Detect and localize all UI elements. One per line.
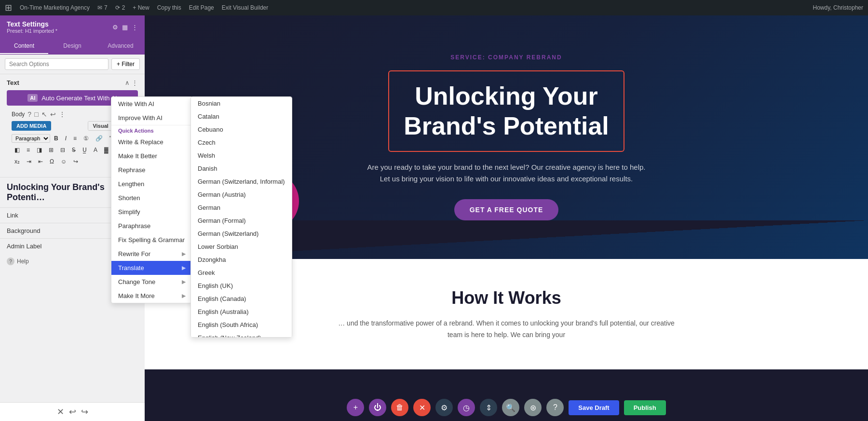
undo-icon[interactable]: ↩ <box>50 110 56 118</box>
more-options-icon[interactable]: ⋮ <box>59 110 66 118</box>
lang-english-canada[interactable]: English (Canada) <box>191 292 292 305</box>
power-button[interactable]: ⏻ <box>369 399 386 416</box>
copy-this-button[interactable]: Copy this <box>157 4 181 11</box>
clock-button[interactable]: ◷ <box>458 399 475 416</box>
settings-icon[interactable]: ⚙ <box>112 24 118 31</box>
menu-write-with-ai[interactable]: Write With AI <box>111 97 192 111</box>
unordered-list-button[interactable]: ≡ <box>70 134 80 143</box>
menu-translate[interactable]: Translate ▶ <box>111 261 192 275</box>
bold-button[interactable]: B <box>51 134 61 143</box>
lang-dzongkha[interactable]: Dzongkha <box>191 253 292 266</box>
menu-change-tone[interactable]: Change Tone ▶ <box>111 275 192 289</box>
menu-simplify[interactable]: Simplify <box>111 205 192 219</box>
align-left-button[interactable]: ◧ <box>12 145 23 155</box>
text-color-button[interactable]: A <box>91 145 100 155</box>
lang-german-switzerland[interactable]: German (Switzerland) <box>191 227 292 240</box>
tab-design[interactable]: Design <box>48 39 96 54</box>
rewrite-for-arrow-icon: ▶ <box>182 251 186 257</box>
lang-german-swi-inf[interactable]: German (Switzerland, Informal) <box>191 175 292 188</box>
text-section-toggle[interactable]: ∧ ⋮ <box>125 79 138 86</box>
undo-sidebar-button[interactable]: ↩ <box>69 407 76 417</box>
more-format-button[interactable]: ⊟ <box>57 145 68 155</box>
exit-builder-button[interactable]: Exit Visual Builder <box>222 4 269 11</box>
strikethrough-button[interactable]: S̶ <box>69 145 79 155</box>
subscript-button[interactable]: x₂ <box>12 157 23 166</box>
menu-make-it-more[interactable]: Make It More ▶ <box>111 289 192 303</box>
outdent-button[interactable]: ⇤ <box>35 157 46 166</box>
wp-logo-icon: ⊞ <box>5 2 12 13</box>
text-bg-button[interactable]: ▓ <box>101 145 111 155</box>
table-button[interactable]: ⊞ <box>46 145 56 155</box>
lang-english-sa[interactable]: English (South Africa) <box>191 318 292 331</box>
comments-count[interactable]: ✉ 7 <box>97 4 108 11</box>
close-button[interactable]: ✕ <box>413 399 431 416</box>
tab-visual[interactable]: Visual <box>88 122 113 130</box>
lang-czech[interactable]: Czech <box>191 136 292 149</box>
settings-gear-button[interactable]: ⚙ <box>435 399 453 416</box>
edit-page-button[interactable]: Edit Page <box>189 4 214 11</box>
lang-greek[interactable]: Greek <box>191 266 292 279</box>
network-button[interactable]: ⊛ <box>524 399 542 416</box>
menu-lengthen[interactable]: Lengthen <box>111 177 192 191</box>
lang-danish[interactable]: Danish <box>191 162 292 175</box>
site-name[interactable]: On-Time Marketing Agency <box>20 4 90 11</box>
lang-cebuano[interactable]: Cebuano <box>191 123 292 136</box>
special-char-button[interactable]: Ω <box>47 157 57 166</box>
arrows-button[interactable]: ⇕ <box>480 399 497 416</box>
layout-icon[interactable]: ▦ <box>122 24 128 31</box>
lang-english-australia[interactable]: English (Australia) <box>191 305 292 318</box>
redo-button[interactable]: ↪ <box>70 157 81 166</box>
cursor-icon[interactable]: ↖ <box>41 110 47 118</box>
lang-german-austria[interactable]: German (Austria) <box>191 188 292 201</box>
lang-lower-sorbian[interactable]: Lower Sorbian <box>191 240 292 253</box>
ordered-list-button[interactable]: ① <box>81 134 92 143</box>
align-right-button[interactable]: ◨ <box>34 145 45 155</box>
filter-button[interactable]: + Filter <box>111 58 140 70</box>
sidebar-header-info: Text Settings Preset: H1 imported * <box>7 20 57 34</box>
lang-catalan[interactable]: Catalan <box>191 110 292 123</box>
close-sidebar-button[interactable]: ✕ <box>57 407 64 417</box>
search-options-input[interactable] <box>5 58 108 70</box>
save-draft-button[interactable]: Save Draft <box>569 400 619 415</box>
lang-english-nz[interactable]: English (New Zealand) <box>191 331 292 338</box>
menu-make-better[interactable]: Make It Better <box>111 149 192 163</box>
emoji-button[interactable]: ☺ <box>58 157 69 166</box>
help-icon: ? <box>7 258 14 265</box>
add-media-button[interactable]: ADD MEDIA <box>12 121 51 131</box>
menu-shorten[interactable]: Shorten <box>111 191 192 205</box>
indent-button[interactable]: ⇥ <box>24 157 34 166</box>
paragraph-select[interactable]: Paragraph <box>12 134 50 143</box>
updates-count[interactable]: ⟳ 2 <box>115 4 125 11</box>
change-tone-arrow-icon: ▶ <box>182 279 186 285</box>
menu-fix-spelling[interactable]: Fix Spelling & Grammar <box>111 233 192 247</box>
cta-button[interactable]: GET A FREE QUOTE <box>454 199 559 220</box>
menu-write-replace[interactable]: Write & Replace <box>111 135 192 149</box>
tab-content[interactable]: Content <box>0 39 48 54</box>
menu-rephrase[interactable]: Rephrase <box>111 163 192 177</box>
new-button[interactable]: + New <box>133 4 149 11</box>
help-page-button[interactable]: ? <box>546 399 564 416</box>
add-section-button[interactable]: + <box>347 399 364 416</box>
lang-english-uk[interactable]: English (UK) <box>191 279 292 292</box>
italic-button[interactable]: I <box>62 134 69 143</box>
lang-german[interactable]: German <box>191 201 292 214</box>
underline-button[interactable]: U̲ <box>80 145 90 155</box>
lang-german-formal[interactable]: German (Formal) <box>191 214 292 227</box>
delete-button[interactable]: 🗑 <box>391 399 408 416</box>
lang-welsh[interactable]: Welsh <box>191 149 292 162</box>
help-circle-icon[interactable]: ? <box>27 110 31 118</box>
redo-sidebar-button[interactable]: ↪ <box>81 407 88 417</box>
link-button[interactable]: 🔗 <box>93 134 106 143</box>
tab-advanced[interactable]: Advanced <box>96 39 145 54</box>
menu-rewrite-for[interactable]: Rewrite For ▶ <box>111 247 192 261</box>
more-icon[interactable]: ⋮ <box>132 24 138 31</box>
menu-paraphrase[interactable]: Paraphrase <box>111 219 192 233</box>
text-section-header: Text ∧ ⋮ <box>7 79 138 86</box>
menu-improve-with-ai[interactable]: Improve With AI <box>111 111 192 125</box>
background-label: Background <box>7 227 40 234</box>
lang-bosnian[interactable]: Bosnian <box>191 97 292 110</box>
search-page-button[interactable]: 🔍 <box>502 399 519 416</box>
copy-icon[interactable]: □ <box>34 110 38 118</box>
publish-button[interactable]: Publish <box>624 400 666 415</box>
align-center-button[interactable]: ≡ <box>24 145 33 155</box>
